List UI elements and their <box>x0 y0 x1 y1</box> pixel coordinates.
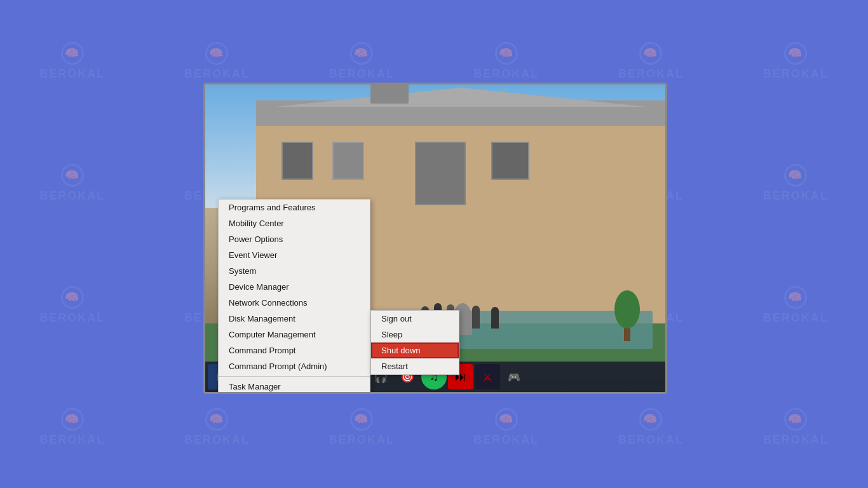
tree <box>614 290 640 341</box>
person4 <box>472 306 480 329</box>
desktop-screen: Programs and Features Mobility Center Po… <box>203 83 667 394</box>
menu-item-event-viewer[interactable]: Event Viewer <box>219 247 370 263</box>
menu-item-disk-management[interactable]: Disk Management <box>219 311 370 327</box>
context-menu: Programs and Features Mobility Center Po… <box>218 199 370 394</box>
menu-item-command-prompt-admin[interactable]: Command Prompt (Admin) <box>219 358 370 374</box>
menu-item-command-prompt[interactable]: Command Prompt <box>219 342 370 358</box>
submenu-item-sign-out[interactable]: Sign out <box>371 311 459 327</box>
taskbar-icon-game1[interactable]: ⚔ <box>475 364 500 390</box>
menu-item-network-connections[interactable]: Network Connections <box>219 295 370 311</box>
menu-item-programs-features[interactable]: Programs and Features <box>219 200 370 215</box>
submenu-item-shut-down[interactable]: Shut down <box>371 342 459 358</box>
menu-item-computer-management[interactable]: Computer Management <box>219 327 370 342</box>
menu-item-power-options[interactable]: Power Options <box>219 231 370 247</box>
menu-item-device-manager[interactable]: Device Manager <box>219 279 370 295</box>
menu-item-task-manager[interactable]: Task Manager <box>219 379 370 394</box>
taskbar-icon-game2[interactable]: 🎮 <box>501 364 527 390</box>
submenu-item-restart[interactable]: Restart <box>371 358 459 374</box>
submenu-item-sleep[interactable]: Sleep <box>371 327 459 342</box>
shutdown-submenu: Sign out Sleep Shut down Restart <box>370 310 459 375</box>
separator-1 <box>219 376 370 377</box>
person5 <box>491 307 499 329</box>
menu-item-mobility-center[interactable]: Mobility Center <box>219 215 370 231</box>
menu-item-system[interactable]: System <box>219 263 370 279</box>
